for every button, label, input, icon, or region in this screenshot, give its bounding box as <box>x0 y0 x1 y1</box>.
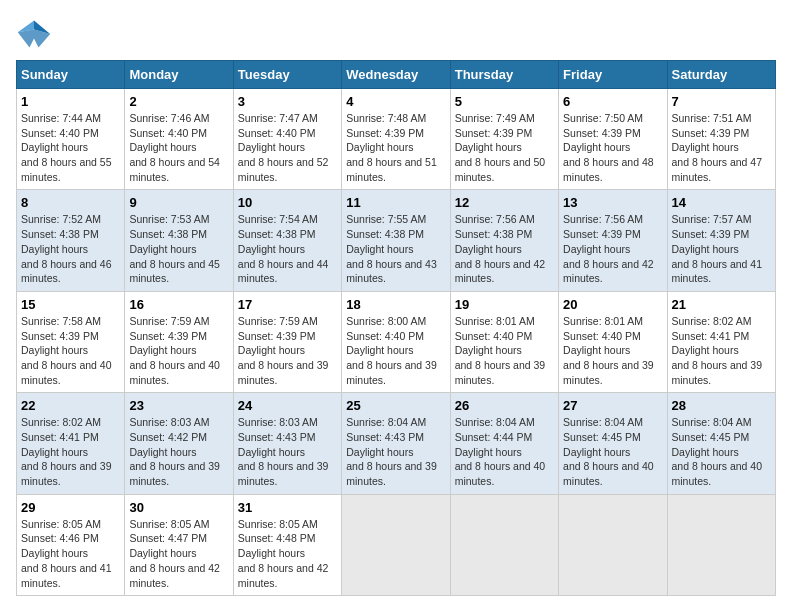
weekday-header-row: SundayMondayTuesdayWednesdayThursdayFrid… <box>17 61 776 89</box>
day-number: 14 <box>672 195 771 210</box>
calendar-cell: 29 Sunrise: 8:05 AM Sunset: 4:46 PM Dayl… <box>17 494 125 595</box>
day-number: 13 <box>563 195 662 210</box>
day-number: 15 <box>21 297 120 312</box>
calendar-cell: 4 Sunrise: 7:48 AM Sunset: 4:39 PM Dayli… <box>342 89 450 190</box>
day-info: Sunrise: 7:44 AM Sunset: 4:40 PM Dayligh… <box>21 111 120 184</box>
day-info: Sunrise: 7:53 AM Sunset: 4:38 PM Dayligh… <box>129 212 228 285</box>
day-number: 26 <box>455 398 554 413</box>
calendar-week-row: 22 Sunrise: 8:02 AM Sunset: 4:41 PM Dayl… <box>17 393 776 494</box>
day-number: 31 <box>238 500 337 515</box>
day-info: Sunrise: 7:56 AM Sunset: 4:39 PM Dayligh… <box>563 212 662 285</box>
calendar-week-row: 29 Sunrise: 8:05 AM Sunset: 4:46 PM Dayl… <box>17 494 776 595</box>
day-number: 24 <box>238 398 337 413</box>
day-info: Sunrise: 7:54 AM Sunset: 4:38 PM Dayligh… <box>238 212 337 285</box>
day-info: Sunrise: 7:57 AM Sunset: 4:39 PM Dayligh… <box>672 212 771 285</box>
calendar-cell: 27 Sunrise: 8:04 AM Sunset: 4:45 PM Dayl… <box>559 393 667 494</box>
day-number: 27 <box>563 398 662 413</box>
calendar-cell: 21 Sunrise: 8:02 AM Sunset: 4:41 PM Dayl… <box>667 291 775 392</box>
calendar-cell: 9 Sunrise: 7:53 AM Sunset: 4:38 PM Dayli… <box>125 190 233 291</box>
day-info: Sunrise: 8:05 AM Sunset: 4:46 PM Dayligh… <box>21 517 120 590</box>
day-info: Sunrise: 8:05 AM Sunset: 4:48 PM Dayligh… <box>238 517 337 590</box>
weekday-header: Tuesday <box>233 61 341 89</box>
calendar-cell <box>559 494 667 595</box>
day-info: Sunrise: 8:02 AM Sunset: 4:41 PM Dayligh… <box>21 415 120 488</box>
day-number: 16 <box>129 297 228 312</box>
calendar-cell: 14 Sunrise: 7:57 AM Sunset: 4:39 PM Dayl… <box>667 190 775 291</box>
calendar-cell: 5 Sunrise: 7:49 AM Sunset: 4:39 PM Dayli… <box>450 89 558 190</box>
calendar-week-row: 8 Sunrise: 7:52 AM Sunset: 4:38 PM Dayli… <box>17 190 776 291</box>
calendar-cell: 12 Sunrise: 7:56 AM Sunset: 4:38 PM Dayl… <box>450 190 558 291</box>
day-info: Sunrise: 8:01 AM Sunset: 4:40 PM Dayligh… <box>563 314 662 387</box>
day-info: Sunrise: 7:55 AM Sunset: 4:38 PM Dayligh… <box>346 212 445 285</box>
day-number: 11 <box>346 195 445 210</box>
day-number: 5 <box>455 94 554 109</box>
calendar-cell: 18 Sunrise: 8:00 AM Sunset: 4:40 PM Dayl… <box>342 291 450 392</box>
calendar-cell: 24 Sunrise: 8:03 AM Sunset: 4:43 PM Dayl… <box>233 393 341 494</box>
day-number: 7 <box>672 94 771 109</box>
calendar-cell: 2 Sunrise: 7:46 AM Sunset: 4:40 PM Dayli… <box>125 89 233 190</box>
day-info: Sunrise: 7:58 AM Sunset: 4:39 PM Dayligh… <box>21 314 120 387</box>
day-info: Sunrise: 7:51 AM Sunset: 4:39 PM Dayligh… <box>672 111 771 184</box>
calendar-cell: 23 Sunrise: 8:03 AM Sunset: 4:42 PM Dayl… <box>125 393 233 494</box>
day-number: 17 <box>238 297 337 312</box>
day-number: 8 <box>21 195 120 210</box>
day-info: Sunrise: 7:50 AM Sunset: 4:39 PM Dayligh… <box>563 111 662 184</box>
logo-icon <box>16 16 52 52</box>
day-number: 20 <box>563 297 662 312</box>
day-info: Sunrise: 8:02 AM Sunset: 4:41 PM Dayligh… <box>672 314 771 387</box>
day-number: 3 <box>238 94 337 109</box>
calendar-body: 1 Sunrise: 7:44 AM Sunset: 4:40 PM Dayli… <box>17 89 776 596</box>
calendar-cell: 16 Sunrise: 7:59 AM Sunset: 4:39 PM Dayl… <box>125 291 233 392</box>
calendar-cell: 30 Sunrise: 8:05 AM Sunset: 4:47 PM Dayl… <box>125 494 233 595</box>
day-number: 12 <box>455 195 554 210</box>
calendar-cell: 22 Sunrise: 8:02 AM Sunset: 4:41 PM Dayl… <box>17 393 125 494</box>
calendar-cell: 15 Sunrise: 7:58 AM Sunset: 4:39 PM Dayl… <box>17 291 125 392</box>
calendar-cell: 1 Sunrise: 7:44 AM Sunset: 4:40 PM Dayli… <box>17 89 125 190</box>
calendar-cell: 17 Sunrise: 7:59 AM Sunset: 4:39 PM Dayl… <box>233 291 341 392</box>
weekday-header: Sunday <box>17 61 125 89</box>
calendar-cell: 7 Sunrise: 7:51 AM Sunset: 4:39 PM Dayli… <box>667 89 775 190</box>
day-info: Sunrise: 7:52 AM Sunset: 4:38 PM Dayligh… <box>21 212 120 285</box>
day-number: 28 <box>672 398 771 413</box>
calendar-cell: 10 Sunrise: 7:54 AM Sunset: 4:38 PM Dayl… <box>233 190 341 291</box>
day-number: 9 <box>129 195 228 210</box>
page-header <box>16 16 776 52</box>
day-number: 19 <box>455 297 554 312</box>
day-info: Sunrise: 8:05 AM Sunset: 4:47 PM Dayligh… <box>129 517 228 590</box>
calendar-cell <box>342 494 450 595</box>
weekday-header: Saturday <box>667 61 775 89</box>
day-info: Sunrise: 8:04 AM Sunset: 4:44 PM Dayligh… <box>455 415 554 488</box>
weekday-header: Monday <box>125 61 233 89</box>
day-info: Sunrise: 7:49 AM Sunset: 4:39 PM Dayligh… <box>455 111 554 184</box>
day-number: 6 <box>563 94 662 109</box>
calendar-week-row: 1 Sunrise: 7:44 AM Sunset: 4:40 PM Dayli… <box>17 89 776 190</box>
day-info: Sunrise: 7:48 AM Sunset: 4:39 PM Dayligh… <box>346 111 445 184</box>
day-number: 30 <box>129 500 228 515</box>
calendar-cell: 28 Sunrise: 8:04 AM Sunset: 4:45 PM Dayl… <box>667 393 775 494</box>
weekday-header: Wednesday <box>342 61 450 89</box>
day-info: Sunrise: 7:56 AM Sunset: 4:38 PM Dayligh… <box>455 212 554 285</box>
calendar-cell: 20 Sunrise: 8:01 AM Sunset: 4:40 PM Dayl… <box>559 291 667 392</box>
day-number: 1 <box>21 94 120 109</box>
day-info: Sunrise: 8:04 AM Sunset: 4:43 PM Dayligh… <box>346 415 445 488</box>
weekday-header: Friday <box>559 61 667 89</box>
day-number: 10 <box>238 195 337 210</box>
calendar-cell: 25 Sunrise: 8:04 AM Sunset: 4:43 PM Dayl… <box>342 393 450 494</box>
day-info: Sunrise: 8:04 AM Sunset: 4:45 PM Dayligh… <box>672 415 771 488</box>
calendar-table: SundayMondayTuesdayWednesdayThursdayFrid… <box>16 60 776 596</box>
day-info: Sunrise: 8:03 AM Sunset: 4:43 PM Dayligh… <box>238 415 337 488</box>
calendar-cell: 8 Sunrise: 7:52 AM Sunset: 4:38 PM Dayli… <box>17 190 125 291</box>
calendar-cell: 11 Sunrise: 7:55 AM Sunset: 4:38 PM Dayl… <box>342 190 450 291</box>
day-number: 18 <box>346 297 445 312</box>
day-info: Sunrise: 7:59 AM Sunset: 4:39 PM Dayligh… <box>129 314 228 387</box>
calendar-cell: 26 Sunrise: 8:04 AM Sunset: 4:44 PM Dayl… <box>450 393 558 494</box>
calendar-cell: 19 Sunrise: 8:01 AM Sunset: 4:40 PM Dayl… <box>450 291 558 392</box>
calendar-cell: 13 Sunrise: 7:56 AM Sunset: 4:39 PM Dayl… <box>559 190 667 291</box>
calendar-week-row: 15 Sunrise: 7:58 AM Sunset: 4:39 PM Dayl… <box>17 291 776 392</box>
calendar-cell <box>450 494 558 595</box>
day-info: Sunrise: 7:59 AM Sunset: 4:39 PM Dayligh… <box>238 314 337 387</box>
calendar-cell: 6 Sunrise: 7:50 AM Sunset: 4:39 PM Dayli… <box>559 89 667 190</box>
day-number: 22 <box>21 398 120 413</box>
day-info: Sunrise: 8:04 AM Sunset: 4:45 PM Dayligh… <box>563 415 662 488</box>
weekday-header: Thursday <box>450 61 558 89</box>
